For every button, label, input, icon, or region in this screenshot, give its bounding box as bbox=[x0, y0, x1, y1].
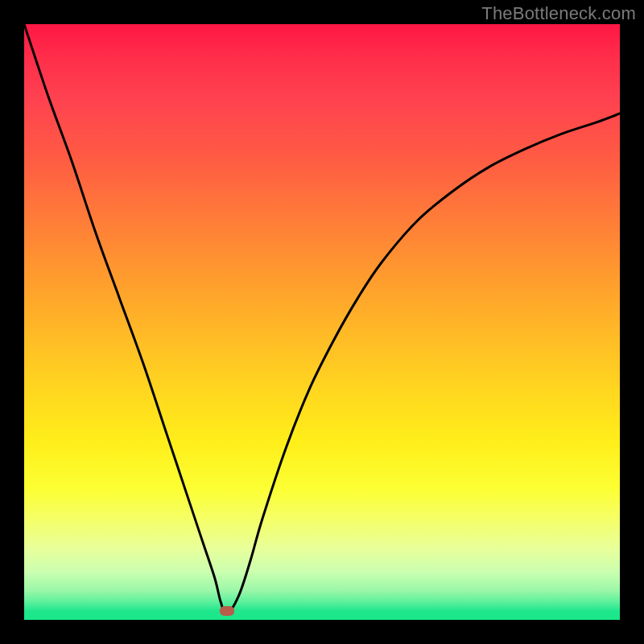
chart-frame: TheBottleneck.com bbox=[0, 0, 644, 644]
bottleneck-curve bbox=[24, 24, 620, 620]
curve-path bbox=[24, 24, 620, 614]
watermark-text: TheBottleneck.com bbox=[481, 3, 636, 24]
plot-area bbox=[24, 24, 620, 620]
optimal-marker bbox=[220, 606, 234, 616]
